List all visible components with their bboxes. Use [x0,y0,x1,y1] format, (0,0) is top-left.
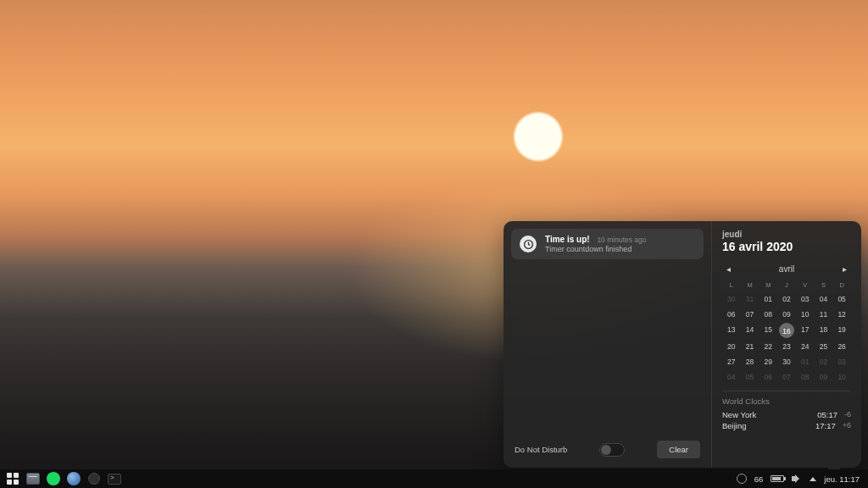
notification-body: Timer countdown finished [545,245,695,253]
taskbar: 66 jeu. 11:17 [0,469,868,488]
calendar-day[interactable]: 17 [796,323,815,338]
calendar-day[interactable]: 30 [722,292,741,306]
world-clock-time: 17:17 [815,421,836,430]
calendar-day[interactable]: 13 [722,323,741,338]
calendar-day[interactable]: 08 [759,308,777,321]
calendar-day[interactable]: 31 [741,292,760,306]
calendar-day[interactable]: 22 [759,340,777,353]
world-clock-offset: -6 [844,410,851,419]
terminal-icon [108,474,121,485]
files-app-button[interactable] [25,471,41,486]
prev-month-button[interactable]: ◂ [722,263,735,275]
round-dark-icon [88,473,100,485]
calendar-day[interactable]: 06 [722,308,741,321]
calendar-day-header: V [796,280,815,291]
calendar-day[interactable]: 23 [777,340,796,353]
calendar-day-header: L [722,280,741,291]
calendar-grid: LMMJVSD303101020304050607080910111213141… [722,280,851,384]
world-clocks-title: World Clocks [722,396,851,406]
world-clock-city: Beijing [722,421,747,430]
calendar-day[interactable]: 10 [832,370,851,384]
notification-timestamp: 10 minutes ago [597,236,646,244]
calendar-day[interactable]: 20 [722,340,741,353]
calendar-nav: ◂ avril ▸ [722,263,851,275]
calendar-day[interactable]: 09 [815,370,833,384]
calendar-day[interactable]: 27 [722,355,741,369]
calendar-day[interactable]: 08 [796,370,815,384]
calendar-day[interactable]: 28 [741,355,760,369]
calendar-day[interactable]: 29 [759,355,777,369]
world-clock-row: New York05:17-6 [722,409,851,420]
calendar-day[interactable]: 05 [832,292,851,306]
calendar-day[interactable]: 07 [741,308,760,321]
app-button-dark[interactable] [86,471,102,486]
datetime-panel: Time is up! 10 minutes ago Timer countdo… [504,221,861,468]
world-clock-time: 05:17 [817,410,837,419]
calendar-day[interactable]: 01 [796,355,815,369]
app-button-blue[interactable] [66,471,81,486]
calendar-day-header: J [777,280,796,291]
calendar-day[interactable]: 18 [815,323,833,338]
calendar-day[interactable]: 11 [815,308,833,321]
world-clock-city: New York [722,410,756,419]
grid-icon [7,473,19,485]
calendar-day[interactable]: 04 [722,370,741,384]
desktop-wallpaper[interactable]: Time is up! 10 minutes ago Timer countdo… [0,0,868,488]
calendar-day-header: D [832,280,851,291]
calendar-day[interactable]: 19 [832,323,851,338]
date-full: 16 avril 2020 [722,240,851,253]
dnd-row: Do Not Disturb Clear [511,437,704,460]
notifications-area: Time is up! 10 minutes ago Timer countdo… [504,221,711,468]
calendar-day[interactable]: 16 [779,323,794,338]
terminal-app-button[interactable] [107,471,122,486]
calendar-day[interactable]: 05 [741,370,760,384]
calendar-day[interactable]: 25 [815,340,833,353]
calendar-day[interactable]: 03 [796,292,815,306]
spotify-icon [47,472,60,485]
calendar-day[interactable]: 14 [741,323,760,338]
taskbar-clock[interactable]: jeu. 11:17 [824,474,860,484]
files-icon [26,473,40,485]
notification-card[interactable]: Time is up! 10 minutes ago Timer countdo… [511,229,704,259]
world-clocks-section[interactable]: World Clocks New York05:17-6Beijing17:17… [722,391,851,431]
clear-button[interactable]: Clear [657,441,700,458]
calendar-day[interactable]: 24 [796,340,815,353]
dnd-label: Do Not Disturb [515,445,567,454]
calendar-day[interactable]: 09 [777,308,796,321]
date-weekday: jeudi [722,230,851,239]
calendar-day[interactable]: 15 [759,323,777,338]
world-clock-row: Beijing17:17+6 [722,420,851,431]
apps-launcher-button[interactable] [5,471,20,486]
globe-icon[interactable] [737,474,747,484]
calendar-day[interactable]: 02 [777,292,796,306]
next-month-button[interactable]: ▸ [838,263,851,275]
calendar-day[interactable]: 02 [815,355,833,369]
dnd-toggle[interactable] [599,443,625,457]
calendar-day[interactable]: 26 [832,340,851,353]
calendar-day-header: M [759,280,777,291]
battery-percent: 66 [754,474,764,484]
calendar-day[interactable]: 30 [777,355,796,369]
calendar-day[interactable]: 04 [815,292,833,306]
calendar-day[interactable]: 07 [777,370,796,384]
calendar-day-header: M [741,280,760,291]
notification-title: Time is up! [545,235,590,244]
round-blue-icon [67,472,81,485]
calendar-day[interactable]: 06 [759,370,777,384]
speaker-icon[interactable] [792,474,802,483]
world-clock-offset: +6 [843,421,851,430]
calendar-day[interactable]: 01 [759,292,777,306]
tray-expand-button[interactable] [810,477,816,481]
calendar-day[interactable]: 03 [832,355,851,369]
battery-icon[interactable] [771,475,784,482]
spotify-app-button[interactable] [46,471,61,486]
notification-text: Time is up! 10 minutes ago Timer countdo… [545,235,695,253]
calendar-day[interactable]: 10 [796,308,815,321]
calendar-day-header: S [815,280,833,291]
calendar-day[interactable]: 21 [741,340,760,353]
clock-icon [520,236,537,252]
calendar-area: jeudi 16 avril 2020 ◂ avril ▸ LMMJVSD303… [711,221,861,468]
calendar-day[interactable]: 12 [832,308,851,321]
month-label: avril [779,264,794,274]
